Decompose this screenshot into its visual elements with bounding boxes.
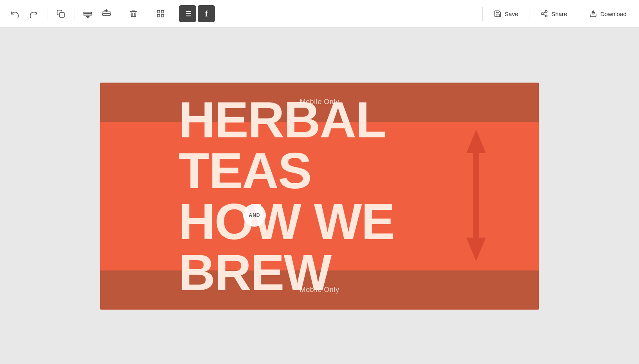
headline: HERBAL TEAS HOW WE BREW [179, 94, 394, 298]
svg-rect-8 [161, 14, 164, 17]
separator-4 [147, 7, 147, 21]
headline-line3: HOW WE [179, 196, 394, 247]
layers-up-button[interactable] [98, 5, 115, 22]
undo-button[interactable] [6, 5, 23, 22]
save-button[interactable]: Save [487, 7, 524, 21]
svg-line-18 [543, 14, 545, 15]
headline-line4: BREW [179, 247, 394, 298]
and-badge-label: AND [249, 213, 260, 218]
headline-line1: HERBAL [179, 94, 394, 145]
and-badge[interactable]: AND [243, 204, 266, 227]
separator-5 [174, 7, 174, 21]
separator-7 [529, 7, 529, 21]
share-label: Share [551, 11, 567, 17]
facebook-button[interactable]: f [198, 5, 215, 22]
separator-8 [578, 7, 578, 21]
toolbar-right: Save Share Download [479, 7, 633, 21]
toolbar: f Save Share Download [0, 0, 639, 28]
separator-1 [47, 7, 47, 21]
separator-3 [120, 7, 120, 21]
copy-button[interactable] [52, 5, 69, 22]
arrow-container [460, 122, 492, 270]
separator-2 [74, 7, 74, 21]
svg-rect-0 [60, 13, 64, 17]
card-text-block: HERBAL TEAS HOW WE BREW [179, 122, 394, 270]
svg-rect-7 [157, 14, 160, 17]
grid-button[interactable] [152, 5, 169, 22]
redo-button[interactable] [25, 5, 42, 22]
svg-rect-2 [84, 14, 92, 16]
svg-marker-22 [466, 175, 486, 261]
separator-6 [482, 7, 483, 21]
arrow-down [464, 175, 488, 263]
download-button[interactable]: Download [583, 7, 633, 21]
facebook-icon: f [205, 9, 208, 19]
svg-rect-4 [103, 12, 110, 13]
svg-rect-5 [157, 11, 160, 13]
align-button[interactable] [179, 5, 196, 22]
headline-line2: TEAS [179, 145, 394, 196]
design-card[interactable]: Mobile Only Mobile Only HERBAL TEAS HOW … [100, 83, 539, 310]
svg-rect-1 [84, 12, 92, 14]
svg-line-19 [543, 12, 545, 13]
share-button[interactable]: Share [534, 7, 573, 21]
download-label: Download [600, 11, 626, 17]
save-label: Save [505, 11, 518, 17]
layers-down-button[interactable] [79, 5, 96, 22]
svg-rect-3 [103, 14, 110, 15]
delete-button[interactable] [125, 5, 142, 22]
svg-rect-6 [161, 11, 164, 13]
canvas-area: Mobile Only Mobile Only HERBAL TEAS HOW … [0, 28, 639, 364]
